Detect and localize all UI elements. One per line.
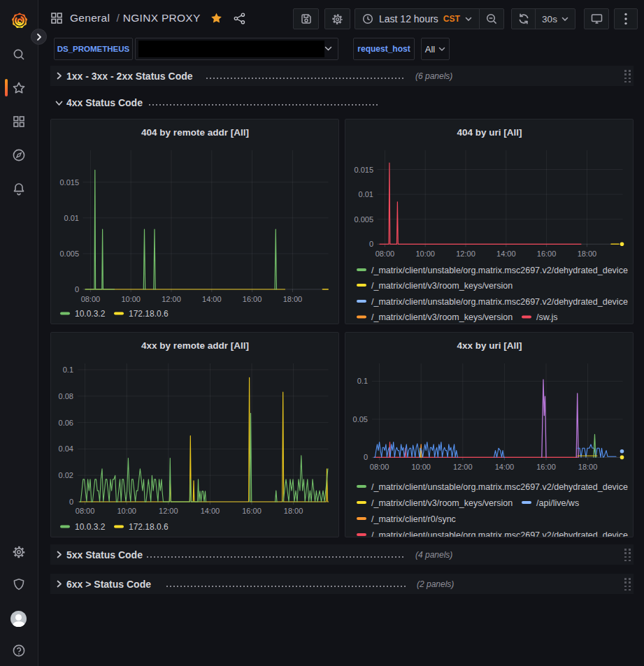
svg-text:18:00: 18:00 <box>283 295 303 303</box>
svg-text:/api/live/ws: /api/live/ws <box>536 498 579 508</box>
svg-text:16:00: 16:00 <box>536 463 556 471</box>
svg-text:0.005: 0.005 <box>59 249 79 258</box>
svg-text:18:00: 18:00 <box>578 463 598 471</box>
svg-text:0.01: 0.01 <box>359 190 373 198</box>
svg-text:0.015: 0.015 <box>354 166 373 174</box>
svg-text:0: 0 <box>369 240 373 248</box>
svg-text:0.1: 0.1 <box>357 377 368 385</box>
svg-text:14:00: 14:00 <box>495 463 515 471</box>
svg-text:12:00: 12:00 <box>456 249 475 258</box>
svg-text:08:00: 08:00 <box>81 295 101 303</box>
svg-text:12:00: 12:00 <box>162 295 181 303</box>
svg-text:10.0.3.2: 10.0.3.2 <box>75 522 106 532</box>
svg-text:/_matrix/client/unstable/org.m: /_matrix/client/unstable/org.matrix.msc2… <box>371 266 628 275</box>
svg-text:0.08: 0.08 <box>59 392 73 400</box>
svg-text:/_matrix/client/unstable/org.m: /_matrix/client/unstable/org.matrix.msc2… <box>371 297 628 307</box>
svg-text:18:00: 18:00 <box>284 507 303 515</box>
svg-text:10.0.3.2: 10.0.3.2 <box>75 309 106 319</box>
svg-text:16:00: 16:00 <box>537 249 557 258</box>
svg-text:18:00: 18:00 <box>578 249 597 258</box>
svg-text:0.015: 0.015 <box>59 178 79 187</box>
svg-text:172.18.0.6: 172.18.0.6 <box>129 522 169 532</box>
svg-text:/sw.js: /sw.js <box>536 312 558 322</box>
svg-text:/_matrix/client/unstable/org.m: /_matrix/client/unstable/org.matrix.msc2… <box>371 530 628 538</box>
svg-text:08:00: 08:00 <box>375 249 395 258</box>
svg-text:/_matrix/client/v3/room_keys/v: /_matrix/client/v3/room_keys/version <box>371 498 513 508</box>
svg-text:08:00: 08:00 <box>370 463 389 471</box>
svg-text:0: 0 <box>69 498 73 506</box>
svg-text:404 by uri [All]: 404 by uri [All] <box>457 127 522 138</box>
svg-text:0.02: 0.02 <box>59 471 73 479</box>
svg-text:0: 0 <box>75 285 79 294</box>
svg-text:0: 0 <box>364 453 368 461</box>
svg-text:08:00: 08:00 <box>76 507 95 515</box>
svg-text:12:00: 12:00 <box>159 507 178 515</box>
svg-text:16:00: 16:00 <box>242 507 262 515</box>
svg-text:10:00: 10:00 <box>117 507 136 515</box>
svg-text:/_matrix/client/r0/sync: /_matrix/client/r0/sync <box>371 514 456 524</box>
svg-text:/_matrix/client/v3/room_keys/v: /_matrix/client/v3/room_keys/version <box>371 281 513 291</box>
svg-text:0.05: 0.05 <box>353 415 368 424</box>
svg-text:14:00: 14:00 <box>201 507 220 515</box>
svg-text:404 by remote addr [All]: 404 by remote addr [All] <box>141 127 249 138</box>
svg-text:0.1: 0.1 <box>63 365 73 374</box>
svg-text:14:00: 14:00 <box>202 295 222 303</box>
svg-text:172.18.0.6: 172.18.0.6 <box>129 309 169 319</box>
svg-text:14:00: 14:00 <box>496 249 516 258</box>
svg-text:0.06: 0.06 <box>59 419 73 427</box>
svg-text:/_matrix/client/v3/room_keys/v: /_matrix/client/v3/room_keys/version <box>371 312 513 322</box>
svg-text:16:00: 16:00 <box>243 295 262 303</box>
svg-text:/_matrix/client/unstable/org.m: /_matrix/client/unstable/org.matrix.msc2… <box>371 482 628 492</box>
svg-text:10:00: 10:00 <box>121 295 141 303</box>
svg-text:0.04: 0.04 <box>59 444 73 453</box>
svg-text:12:00: 12:00 <box>453 463 473 471</box>
svg-text:4xx by uri [All]: 4xx by uri [All] <box>457 340 522 351</box>
svg-text:10:00: 10:00 <box>415 249 435 258</box>
svg-text:4xx by remote addr [All]: 4xx by remote addr [All] <box>141 340 249 351</box>
svg-text:0.005: 0.005 <box>354 215 373 224</box>
svg-text:10:00: 10:00 <box>411 463 431 471</box>
svg-text:0.01: 0.01 <box>64 214 79 222</box>
